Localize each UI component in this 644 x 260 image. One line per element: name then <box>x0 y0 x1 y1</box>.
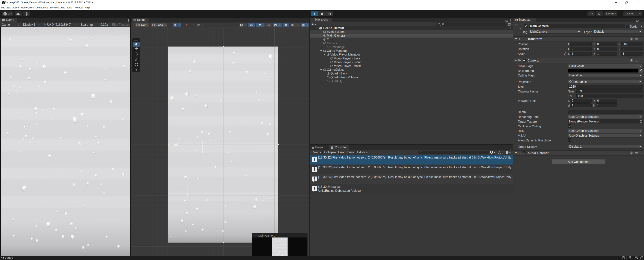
svg-text:Y: Y <box>175 25 176 27</box>
